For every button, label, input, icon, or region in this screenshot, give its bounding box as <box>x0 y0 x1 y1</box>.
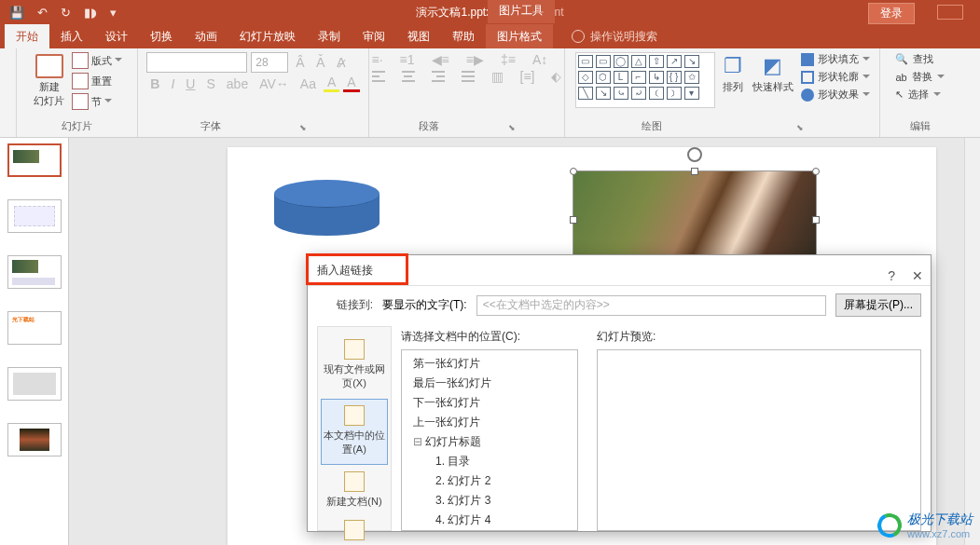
slide-thumbnail[interactable] <box>7 423 62 456</box>
qat-more-icon[interactable]: ▾ <box>110 6 117 20</box>
indent-inc-button[interactable]: ≡▶ <box>462 52 488 67</box>
underline-button[interactable]: U <box>182 76 199 91</box>
link-existing-file[interactable]: 现有文件或网页(X) <box>321 333 388 399</box>
tab-slideshow[interactable]: 幻灯片放映 <box>228 24 307 48</box>
resize-handle[interactable] <box>691 168 698 175</box>
columns-button[interactable]: ▥ <box>488 69 507 84</box>
link-email[interactable] <box>321 517 388 545</box>
slide-thumbnail[interactable] <box>7 255 62 289</box>
tree-item[interactable]: 2. 幻灯片 2 <box>407 471 572 491</box>
resize-handle[interactable] <box>570 168 577 175</box>
link-new-document[interactable]: 新建文档(N) <box>321 465 388 517</box>
slide-thumbnail[interactable] <box>7 143 62 177</box>
align-left-button[interactable] <box>368 71 389 82</box>
tree-item[interactable]: 第一张幻灯片 <box>407 354 572 374</box>
cylinder-shape[interactable] <box>274 180 380 236</box>
layout-menu[interactable]: 版式 <box>72 52 122 69</box>
tab-animation[interactable]: 动画 <box>184 24 228 48</box>
resize-handle[interactable] <box>812 216 820 224</box>
link-place-in-doc[interactable]: 本文档中的位置(A) <box>321 399 388 465</box>
line-spacing-button[interactable]: ‡≡ <box>497 52 519 67</box>
shapes-gallery[interactable]: ▭▭◯△⇧↗↘ ◇⬡L⌐↳{ }✩ ╲↘⤿⤾⟮⟯▾ <box>575 52 715 108</box>
clear-format-icon[interactable]: A̷ <box>333 55 350 70</box>
indent-dec-button[interactable]: ◀≡ <box>428 52 453 67</box>
shape-fill-menu[interactable]: 形状填充 <box>801 52 870 66</box>
dialog-launcher-font[interactable]: ⬊ <box>299 123 307 132</box>
ribbon-display-icon[interactable] <box>937 5 963 20</box>
location-tree[interactable]: 第一张幻灯片 最后一张幻灯片 下一张幻灯片 上一张幻灯片 ⊟幻灯片标题 1. 目… <box>401 349 578 531</box>
dialog-title-bar[interactable]: 插入超链接 ? ✕ <box>308 255 931 285</box>
outline-icon <box>801 71 814 84</box>
text-direction-button[interactable]: A↕ <box>529 52 551 67</box>
shape-outline-menu[interactable]: 形状轮廓 <box>801 70 870 84</box>
align-right-button[interactable] <box>428 71 449 82</box>
vertical-scrollbar[interactable] <box>964 138 980 545</box>
tab-view[interactable]: 视图 <box>396 24 441 48</box>
dialog-launcher-paragraph[interactable]: ⬊ <box>508 123 516 132</box>
redo-icon[interactable]: ↻ <box>61 6 71 20</box>
slide-thumbnail[interactable] <box>7 367 62 401</box>
justify-button[interactable] <box>458 71 478 82</box>
new-slide-button[interactable]: 新建 幻灯片 <box>32 52 66 110</box>
rotate-handle-icon[interactable] <box>687 147 702 162</box>
dialog-close-button[interactable]: ✕ <box>912 261 923 291</box>
insert-hyperlink-dialog: 插入超链接 ? ✕ 链接到: 要显示的文字(T): <<在文档中选定的内容>> … <box>307 254 932 532</box>
tab-picture-format[interactable]: 图片格式 <box>486 24 553 48</box>
resize-handle[interactable] <box>570 216 577 224</box>
align-text-button[interactable]: [≡] <box>517 69 539 84</box>
tree-item[interactable]: 4. 幻灯片 4 <box>407 511 572 530</box>
tab-help[interactable]: 帮助 <box>441 24 486 48</box>
tab-insert[interactable]: 插入 <box>49 24 94 48</box>
shadow-button[interactable]: abe <box>223 76 252 91</box>
smartart-button[interactable]: ⬖ <box>547 69 565 84</box>
dialog-launcher-drawing[interactable]: ⬊ <box>796 123 804 132</box>
collapse-icon[interactable]: ⊟ <box>413 435 422 448</box>
font-color-button[interactable]: A <box>343 75 359 92</box>
dialog-help-button[interactable]: ? <box>888 261 895 291</box>
tree-item[interactable]: 下一张幻灯片 <box>407 393 572 413</box>
tab-home[interactable]: 开始 <box>5 24 49 48</box>
replace-menu[interactable]: ab替换 <box>895 70 944 84</box>
select-menu[interactable]: ↖选择 <box>895 88 941 102</box>
start-show-icon[interactable]: ▮◗ <box>84 6 97 20</box>
tree-item[interactable]: 3. 幻灯片 3 <box>407 491 572 511</box>
font-size-select[interactable]: 28 <box>251 52 288 73</box>
section-menu[interactable]: 节 <box>72 93 122 110</box>
decrease-font-icon[interactable]: Ǎ <box>312 55 329 70</box>
shape-effects-menu[interactable]: 形状效果 <box>801 88 870 102</box>
increase-font-icon[interactable]: Â <box>292 55 308 70</box>
save-icon[interactable]: 💾 <box>9 6 24 20</box>
display-text-input[interactable]: <<在文档中选定的内容>> <box>476 295 826 316</box>
quick-styles-button[interactable]: ◩ 快速样式 <box>751 52 795 108</box>
tree-item[interactable]: 上一张幻灯片 <box>407 413 572 432</box>
screentip-button[interactable]: 屏幕提示(P)... <box>835 293 921 317</box>
tell-me-search[interactable]: 操作说明搜索 <box>572 29 657 45</box>
login-button[interactable]: 登录 <box>868 3 915 24</box>
slide-thumbnail[interactable]: 光下载站 <box>7 311 62 345</box>
slide-thumbnails-pane[interactable]: 光下载站 <box>0 138 69 545</box>
tree-group[interactable]: ⊟幻灯片标题 <box>407 432 572 452</box>
highlight-button[interactable]: A <box>324 75 339 92</box>
strike-button[interactable]: S <box>202 76 218 91</box>
find-button[interactable]: 🔍查找 <box>895 52 933 66</box>
align-center-button[interactable] <box>398 71 419 82</box>
reset-button[interactable]: 重置 <box>72 73 122 89</box>
spacing-button[interactable]: AV↔ <box>255 76 293 91</box>
slide-thumbnail[interactable] <box>7 199 62 233</box>
undo-icon[interactable]: ↶ <box>37 6 48 20</box>
numbering-button[interactable]: ≡1 <box>396 52 419 67</box>
bold-button[interactable]: B <box>146 76 163 91</box>
tree-item[interactable]: 最后一张幻灯片 <box>407 374 572 393</box>
tree-item[interactable]: 5. 幻灯片 5 <box>407 530 572 531</box>
tree-item[interactable]: 1. 目录 <box>407 452 572 471</box>
tab-record[interactable]: 录制 <box>307 24 352 48</box>
change-case-button[interactable]: Aa <box>297 76 320 91</box>
tab-transition[interactable]: 切换 <box>139 24 184 48</box>
arrange-button[interactable]: ❐ 排列 <box>721 52 745 108</box>
font-family-select[interactable] <box>146 52 247 73</box>
bullets-button[interactable]: ≡· <box>368 52 387 67</box>
italic-button[interactable]: I <box>167 76 178 91</box>
tab-review[interactable]: 审阅 <box>352 24 396 48</box>
resize-handle[interactable] <box>812 168 820 175</box>
tab-design[interactable]: 设计 <box>94 24 139 48</box>
